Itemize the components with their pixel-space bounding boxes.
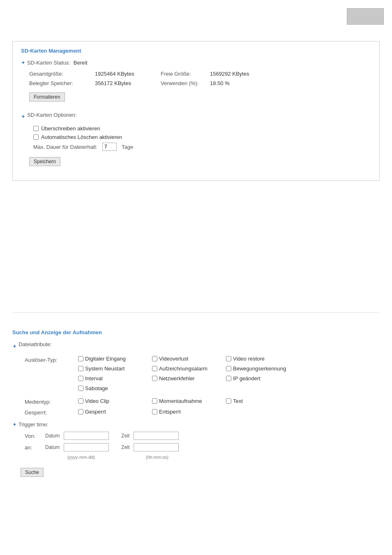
von-datum-part: Datum	[45, 432, 109, 440]
label-videoverlust: Videoverlust	[159, 356, 188, 362]
verwenden-label: Verwenden (%):	[161, 80, 210, 86]
cb-system-neustart[interactable]	[78, 366, 83, 371]
max-dauer-label: Max. Dauer für Dateierhalt:	[33, 144, 97, 150]
trigger-videoverlust: Videoverlust	[152, 356, 218, 362]
max-dauer-input[interactable]	[102, 143, 117, 151]
medientyp-text: Text	[226, 398, 292, 404]
cb-videoverlust[interactable]	[152, 356, 157, 361]
ueberschreiben-checkbox[interactable]	[33, 126, 39, 131]
cb-ip-geaendert[interactable]	[226, 376, 231, 381]
dateiattribute-label: Dateiattribute:	[18, 341, 52, 347]
sd-info-grid: Gesamtgröße: 1925464 KBytes Freie Größe:…	[29, 71, 371, 86]
trigger-sabotage: Sabotage	[78, 385, 144, 391]
an-datum-part: Datum	[45, 443, 109, 451]
an-zeit-input[interactable]	[134, 443, 179, 451]
an-zeit-part: Zeit	[121, 443, 179, 451]
dateiattribute-subsection: ✦ Dateiattribute: Auslöser-Typ: Digitale…	[12, 341, 380, 416]
label-netzwerkfehler: Netzwerkfehler	[159, 375, 195, 382]
label-bewegungserkennung: Bewegungserkennung	[233, 365, 286, 372]
trigger-interval: Interval	[78, 375, 144, 382]
medientyp-video-clip: Video Clip	[78, 398, 144, 404]
cb-video-clip[interactable]	[78, 398, 83, 404]
time-format-hint: (hh:mm:ss)	[146, 455, 168, 460]
ausloeser-row: Auslöser-Typ: Digitaler Eingang Videover…	[25, 356, 380, 395]
label-video-clip: Video Clip	[85, 398, 109, 404]
label-aufzeichnungsalarm: Aufzeichnungsalarm	[159, 365, 208, 372]
format-hints-row: (yyyy-mm-dd) (hh:mm:ss)	[49, 455, 380, 460]
trigger-ip-geaendert: IP geändert	[226, 375, 292, 382]
search-section-title: Suche und Anzeige der Aufnahmen	[12, 329, 380, 335]
cb-digitaler-eingang[interactable]	[78, 356, 83, 361]
top-right-button[interactable]	[347, 8, 384, 25]
gesperrt-option: Gesperrt	[78, 409, 144, 415]
von-row: Von: Datum Zeit	[25, 432, 380, 440]
trigger-system-neustart: System Neustart	[78, 365, 144, 372]
cb-video-restore[interactable]	[226, 356, 231, 361]
ausloeser-label: Auslöser-Typ:	[25, 357, 78, 363]
von-label: Von:	[25, 433, 45, 439]
trigger-digitaler-eingang: Digitaler Eingang	[78, 356, 144, 362]
von-datum-input[interactable]	[64, 432, 109, 440]
trigger-video-restore: Video restore	[226, 356, 292, 362]
search-section: Suche und Anzeige der Aufnahmen ✦ Dateia…	[12, 329, 380, 483]
von-zeit-part: Zeit	[121, 432, 179, 440]
gesperrt-options: Gesperrt Entsperrt	[78, 409, 226, 416]
max-duration-row: Max. Dauer für Dateierhalt: Tage	[33, 143, 371, 151]
an-datum-input[interactable]	[64, 443, 109, 451]
sd-options-section: ✦ SD-Karten Optionen: Überschreiben akti…	[21, 112, 371, 172]
verwenden-value: 18.50 %	[210, 80, 276, 86]
loeschen-checkbox[interactable]	[33, 134, 39, 140]
medientyp-momentaufnahme: Momentaufnahme	[152, 398, 218, 404]
label-entsperrt: Entsperrt	[159, 409, 181, 415]
trigger-bewegungserkennung: Bewegungserkennung	[226, 365, 292, 372]
cb-sabotage[interactable]	[78, 386, 83, 391]
cb-text[interactable]	[226, 398, 231, 404]
date-format-hint: (yyyy-mm-dd)	[49, 455, 113, 460]
an-datum-label: Datum	[45, 444, 60, 450]
gesamt-label: Gesamtgröße:	[29, 71, 95, 77]
cb-gesperrt[interactable]	[78, 409, 83, 414]
sd-options-title: SD-Karten Optionen:	[27, 112, 77, 118]
ueberschreiben-label: Überschreiben aktivieren	[41, 125, 100, 132]
sd-section-title: SD-Karten Management	[21, 48, 371, 54]
an-zeit-label: Zeit	[121, 444, 129, 450]
entsperrt-option: Entsperrt	[152, 409, 218, 415]
sd-card-management-section: SD-Karten Management ✦ SD-Karten Status:…	[12, 41, 380, 181]
speichern-button[interactable]: Speichern	[29, 157, 60, 166]
label-sabotage: Sabotage	[85, 385, 108, 391]
trigger-aufzeichnungsalarm: Aufzeichnungsalarm	[152, 365, 218, 372]
cb-momentaufnahme[interactable]	[152, 398, 157, 404]
sd-status-value: Bereit	[74, 60, 88, 66]
gesperrt-label: Gesperrt:	[25, 409, 78, 416]
belegter-label: Belegter Speicher:	[29, 80, 95, 86]
freie-value: 1569292 KBytes	[210, 71, 276, 77]
cb-netzwerkfehler[interactable]	[152, 376, 157, 381]
gesamt-value: 1925464 KBytes	[95, 71, 161, 77]
formatieren-button[interactable]: Formatieren	[29, 92, 65, 102]
cb-bewegungserkennung[interactable]	[226, 366, 231, 371]
ueberschreiben-row: Überschreiben aktivieren	[33, 125, 371, 132]
label-interval: Interval	[85, 375, 103, 382]
von-datum-label: Datum	[45, 433, 60, 439]
label-ip-geaendert: IP geändert	[233, 375, 261, 382]
label-text: Text	[233, 398, 243, 404]
loeschen-label: Automatisches Löschen aktivieren	[41, 134, 122, 140]
label-digitaler-eingang: Digitaler Eingang	[85, 356, 126, 362]
trigger-netzwerkfehler: Netzwerkfehler	[152, 375, 218, 382]
separator	[12, 312, 380, 313]
cb-interval[interactable]	[78, 376, 83, 381]
sd-status-gear-icon: ✦	[21, 60, 25, 66]
loeschen-row: Automatisches Löschen aktivieren	[33, 134, 371, 140]
label-gesperrt: Gesperrt	[85, 409, 106, 415]
suche-button[interactable]: Suche	[21, 468, 44, 477]
label-momentaufnahme: Momentaufnahme	[159, 398, 202, 404]
trigger-time-section: ✦ Trigger time: Von: Datum Zeit an:	[12, 421, 380, 483]
medientyp-label: Medientyp:	[25, 399, 78, 405]
belegter-value: 356172 KBytes	[95, 80, 161, 86]
label-system-neustart: System Neustart	[85, 365, 125, 372]
cb-entsperrt[interactable]	[152, 409, 157, 414]
von-zeit-input[interactable]	[134, 432, 179, 440]
cb-aufzeichnungsalarm[interactable]	[152, 366, 157, 371]
an-row: an: Datum Zeit	[25, 443, 380, 451]
triggertime-gear-icon: ✦	[12, 421, 17, 428]
